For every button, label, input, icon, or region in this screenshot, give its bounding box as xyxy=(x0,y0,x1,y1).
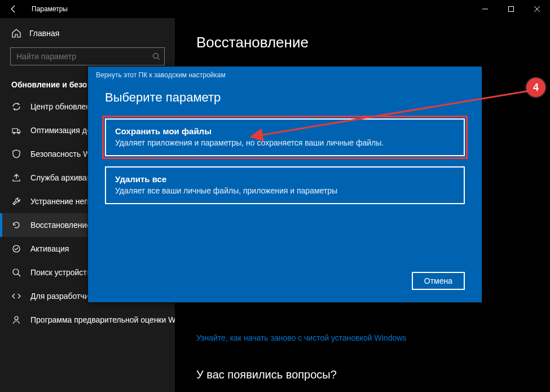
close-button[interactable] xyxy=(524,0,550,18)
activation-icon xyxy=(11,244,21,254)
dialog-title: Вернуть этот ПК к заводским настройкам xyxy=(88,67,482,79)
settings-window: Параметры Главная xyxy=(0,0,550,392)
option-desc: Удаляет все ваши личные файлы, приложени… xyxy=(115,186,455,195)
titlebar-left: Параметры xyxy=(5,2,68,16)
svg-line-5 xyxy=(158,58,160,60)
option-remove-everything[interactable]: Удалить всеУдаляет все ваши личные файлы… xyxy=(105,166,465,204)
minimize-button[interactable] xyxy=(472,0,498,18)
sync-icon xyxy=(11,102,21,112)
sidebar-item-insider[interactable]: Программа предварительной оценки Windows xyxy=(0,308,175,332)
annotation-badge: 4 xyxy=(526,78,545,97)
window-title: Параметры xyxy=(32,5,68,13)
back-icon[interactable] xyxy=(5,2,23,16)
option-keep-files[interactable]: Сохранить мои файлыУдаляет приложения и … xyxy=(105,118,465,156)
svg-rect-6 xyxy=(12,129,17,133)
reset-pc-dialog: Вернуть этот ПК к заводским настройкам В… xyxy=(87,66,482,303)
questions-heading: У вас появились вопросы? xyxy=(196,368,550,381)
svg-point-10 xyxy=(13,269,19,275)
fresh-start-link[interactable]: Узнайте, как начать заново с чистой уста… xyxy=(196,333,550,342)
wrench-icon xyxy=(11,196,21,206)
search-icon xyxy=(152,52,160,60)
dev-icon xyxy=(11,291,21,301)
maximize-button[interactable] xyxy=(498,0,524,18)
svg-point-12 xyxy=(15,316,18,320)
svg-line-11 xyxy=(18,274,20,276)
find-icon xyxy=(11,267,21,278)
insider-icon xyxy=(11,315,21,325)
cancel-button[interactable]: Отмена xyxy=(412,272,465,290)
sidebar-item-label: Восстановление xyxy=(30,221,91,230)
titlebar: Параметры xyxy=(0,0,550,18)
svg-point-4 xyxy=(153,54,159,59)
window-controls xyxy=(472,0,550,18)
home-icon xyxy=(11,28,21,38)
dialog-heading: Выберите параметр xyxy=(88,79,482,118)
dialog-footer: Отмена xyxy=(412,272,465,290)
svg-point-9 xyxy=(13,245,20,252)
sidebar-home-label: Главная xyxy=(29,29,59,38)
sidebar-item-label: Поиск устройства xyxy=(30,268,95,277)
svg-point-8 xyxy=(18,133,20,134)
sidebar-item-label: Активация xyxy=(30,244,69,253)
shield-icon xyxy=(11,149,21,159)
delivery-icon xyxy=(11,125,21,135)
option-desc: Удаляет приложения и параметры, но сохра… xyxy=(115,138,455,147)
option-title: Удалить все xyxy=(115,174,455,184)
option-title: Сохранить мои файлы xyxy=(115,126,455,136)
backup-icon xyxy=(11,173,21,183)
page-title: Восстановление xyxy=(196,34,550,51)
recovery-icon xyxy=(11,220,21,230)
dialog-options: Сохранить мои файлыУдаляет приложения и … xyxy=(88,118,482,204)
svg-rect-1 xyxy=(509,7,514,12)
svg-point-7 xyxy=(14,133,15,134)
search-input[interactable] xyxy=(10,47,165,65)
sidebar-home[interactable]: Главная xyxy=(0,23,175,44)
sidebar-item-label: Программа предварительной оценки Windows xyxy=(30,315,175,324)
